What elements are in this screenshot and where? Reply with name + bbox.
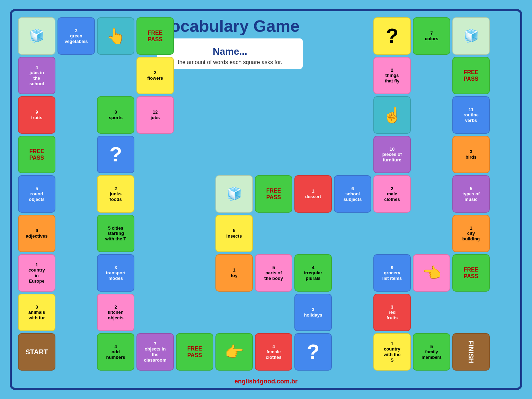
cell-adjectives: 6adjectives: [18, 215, 55, 252]
cell-question-1: ?: [97, 136, 134, 173]
name-label: Name...: [164, 46, 296, 57]
cell-sports: 8sports: [97, 96, 134, 134]
cell-jobs-school: 4jobs intheschool: [18, 57, 55, 94]
cell-green-vegetables: 3greenvegetables: [57, 17, 95, 55]
board-container: Vocabulary Game Name... the amount of wo…: [10, 9, 522, 390]
cell-irregular-plurals: 4irregularplurals: [294, 254, 332, 292]
cell-school-subjects: 6schoolsubjects: [334, 175, 371, 213]
cell-finish: FINISH: [452, 333, 490, 371]
cell-question-bottom: ?: [294, 333, 332, 371]
cell-grocery: 9grocerylist items: [373, 254, 411, 292]
cell-transport: 3transportmodes: [97, 254, 134, 292]
cell-flowers: 2flowers: [136, 57, 174, 94]
cell-female-clothes: 4femaleclothes: [255, 333, 292, 371]
cell-free-pass-2: FREEPASS: [18, 136, 55, 173]
cell-free-pass-3: FREEPASS: [176, 333, 213, 371]
cell-animals-fur: 3animalswith fur: [18, 294, 55, 331]
cell-question-yellow: ?: [373, 17, 411, 55]
cell-parts-body: 5parts ofthe body: [255, 254, 292, 292]
cell-colors: 7colors: [413, 17, 450, 55]
cell-ice-cube-center: 🧊: [215, 175, 253, 213]
cell-free-pass-right-bottom: FREEPASS: [452, 254, 490, 292]
cell-routine-verbs: 11routineverbs: [452, 96, 490, 134]
cell-free-pass-right-top: FREEPASS: [452, 57, 490, 94]
cell-toy: 1toy: [215, 254, 253, 292]
cell-hand-right-bottom: 👉: [215, 333, 253, 371]
cell-ice-cube-right: 🧊: [452, 17, 490, 55]
cell-country-s: 1countrywith theS: [373, 333, 411, 371]
footer: english4good.com.br: [234, 378, 298, 385]
cell-holidays: 3holidays: [294, 294, 332, 331]
cell-ice-cube-1: 🧊: [18, 17, 55, 55]
cell-types-music: 5types ofmusic: [452, 175, 490, 213]
cell-things-fly: 2thingsthat fly: [373, 57, 411, 94]
cell-city-building: 1citybuilding: [452, 215, 490, 252]
cell-birds: 3birds: [452, 136, 490, 173]
cell-odd-numbers: 4oddnumbers: [97, 333, 134, 371]
cell-hand-right-1: 👆: [97, 17, 134, 55]
cell-jobs: 12jobs: [136, 96, 174, 134]
cell-free-pass-center: FREEPASS: [255, 175, 292, 213]
title-area: Vocabulary Game Name... the amount of wo…: [157, 17, 303, 69]
cell-male-clothes: 2maleclothes: [373, 175, 411, 213]
cell-hand-right-2: ☝️: [373, 96, 411, 134]
name-desc: the amount of words each square asks for…: [164, 59, 296, 65]
cell-cities-t: 5 citiesstartingwith the T: [97, 215, 134, 252]
cell-insects: 5insects: [215, 215, 253, 252]
cell-furniture: 10pieces offurniture: [373, 136, 411, 173]
cell-country-europe: 1countryinEurope: [18, 254, 55, 292]
cell-kitchen-objects: 2kitchenobjects: [97, 294, 134, 331]
cell-junks-foods: 2junksfoods: [97, 175, 134, 213]
cell-dessert: 1dessert: [294, 175, 332, 213]
cell-round-objects: 5roundobjects: [18, 175, 55, 213]
game-title: Vocabulary Game: [157, 17, 303, 36]
cell-red-fruits: 3redfruits: [373, 294, 411, 331]
cell-fruits: 9fruits: [18, 96, 55, 134]
cell-free-pass-1: FREEPASS: [136, 17, 174, 55]
cell-objects-classroom: 7objects intheclassroom: [136, 333, 174, 371]
cell-start: START: [18, 333, 55, 371]
cell-hand-left: 👈: [413, 254, 450, 292]
cell-family-members: 5familymembers: [413, 333, 450, 371]
